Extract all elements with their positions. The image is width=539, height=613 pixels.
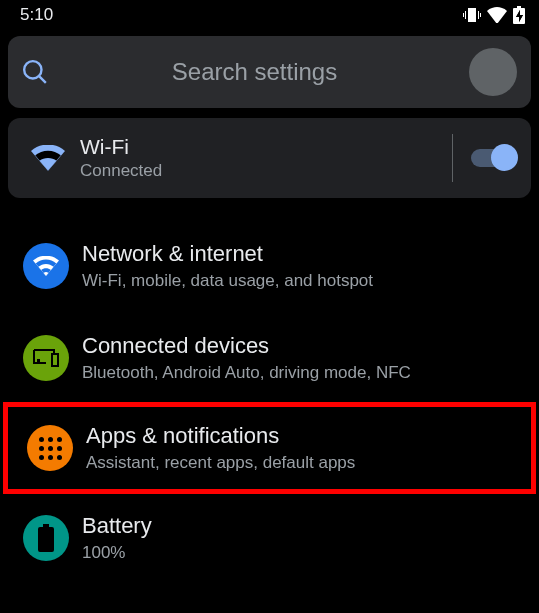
svg-rect-0 — [37, 359, 40, 362]
wifi-title: Wi-Fi — [80, 135, 434, 159]
clock: 5:10 — [20, 5, 53, 25]
apps-icon — [27, 425, 73, 471]
wifi-status-icon — [487, 7, 507, 23]
row-subtitle: Wi-Fi, mobile, data usage, and hotspot — [82, 271, 523, 291]
row-title: Apps & notifications — [86, 423, 519, 449]
row-subtitle: Bluetooth, Android Auto, driving mode, N… — [82, 363, 523, 383]
wifi-subtitle: Connected — [80, 161, 434, 181]
battery-icon — [23, 515, 69, 561]
status-bar: 5:10 — [0, 0, 539, 30]
wifi-toggle[interactable] — [471, 149, 515, 167]
row-title: Connected devices — [82, 333, 523, 359]
search-bar[interactable]: Search settings — [8, 36, 531, 108]
battery-charging-icon — [513, 6, 525, 24]
row-title: Network & internet — [82, 241, 523, 267]
row-connected-devices[interactable]: Connected devices Bluetooth, Android Aut… — [0, 312, 539, 404]
divider — [452, 134, 453, 182]
row-battery[interactable]: Battery 100% — [0, 492, 539, 584]
search-placeholder: Search settings — [64, 58, 453, 86]
vibrate-icon — [463, 7, 481, 23]
settings-list: Network & internet Wi-Fi, mobile, data u… — [0, 220, 539, 584]
wifi-circle-icon — [23, 243, 69, 289]
avatar[interactable] — [469, 48, 517, 96]
row-title: Battery — [82, 513, 523, 539]
devices-icon — [23, 335, 69, 381]
wifi-icon — [31, 145, 65, 171]
row-network-internet[interactable]: Network & internet Wi-Fi, mobile, data u… — [0, 220, 539, 312]
row-subtitle: Assistant, recent apps, default apps — [86, 453, 519, 473]
wifi-quick-card[interactable]: Wi-Fi Connected — [8, 118, 531, 198]
status-icons — [463, 6, 525, 24]
row-subtitle: 100% — [82, 543, 523, 563]
row-apps-notifications[interactable]: Apps & notifications Assistant, recent a… — [3, 402, 536, 494]
search-icon — [22, 59, 48, 85]
